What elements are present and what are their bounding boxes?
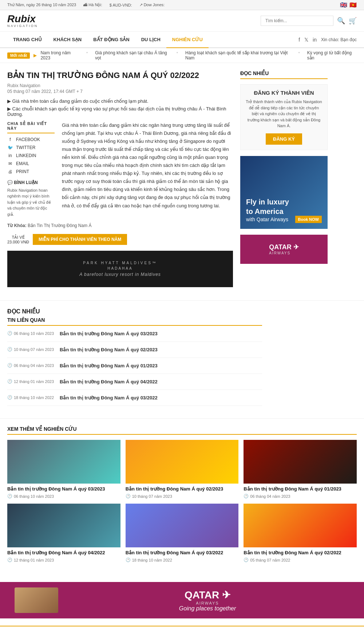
- related-date-2: 🕐 10 tháng 07 năm 2023: [7, 347, 54, 352]
- nav-item-batdongsan[interactable]: BẤT ĐỘNG SẢN: [87, 32, 135, 47]
- sidebar: ĐỌC NHIỀU ĐĂNG KÝ THÀNH VIÊN Trở thành t…: [240, 70, 328, 293]
- footer: Rubix NAVIGATION © 2023 Rubix Navigation…: [0, 626, 364, 633]
- doc-nhieu-content: ĐỌC NHIỀU TIN LIÊN QUAN 🕐 06 tháng 10 nă…: [7, 308, 262, 411]
- share-linkedin[interactable]: in LINKEDIN: [7, 153, 55, 158]
- share-email[interactable]: ✉ EMAIL: [7, 161, 55, 166]
- share-column: CHIA SẺ BÀI VIẾT NÀY f FACEBOOK 🐦 TWITTE…: [7, 121, 55, 218]
- related-articles-list: 🕐 06 tháng 10 năm 2023 Bản tin thị trườn…: [7, 331, 262, 406]
- keyword-label: Từ Khóa:: [7, 223, 27, 228]
- card-title-1: Bản tin thị trường Đông Nam Á quý 03/202…: [7, 486, 120, 492]
- search-input[interactable]: [261, 16, 333, 26]
- nav-item-dulich[interactable]: DU LỊCH: [135, 32, 166, 47]
- card-img-1: [7, 440, 120, 484]
- header: Rubix NAVIGATION 🔍 🛒: [0, 10, 364, 32]
- card-4[interactable]: Bản tin thị trường Đông Nam Á quý 04/202…: [7, 504, 120, 562]
- card-date-1: 🕐 06 tháng 10 năm 2023: [7, 494, 120, 499]
- register-button[interactable]: ĐĂNG KÝ: [266, 133, 302, 145]
- article-date: 05 tháng 07 năm 2022, 17:44 GMT + 7: [7, 89, 233, 94]
- logo-sub: NAVIGATION: [7, 24, 38, 28]
- nav-left: TRANG CHỦ KHÁCH SẠN BẤT ĐỘNG SẢN DU LỊCH…: [7, 32, 209, 47]
- article-meta: Rubix Navigation 05 tháng 07 năm 2022, 1…: [7, 83, 233, 94]
- share-twitter[interactable]: 🐦 TWITTER: [7, 145, 55, 150]
- logo[interactable]: Rubix NAVIGATION: [7, 14, 38, 28]
- download-row: TẢI VỀ 23.000 VNĐ MIỄN PHÍ CHO THÀNH VIÊ…: [7, 234, 233, 245]
- nav-right: f 𝕏 in Xin chào: Bạn đọc: [298, 37, 357, 43]
- card-2[interactable]: Bản tin thị trường Đông Nam Á quý 02/202…: [126, 440, 239, 499]
- card-5[interactable]: Bản tin thị trường Đông Nam Á quý 03/202…: [126, 504, 239, 562]
- article-source: Rubix Navigation: [7, 83, 233, 88]
- nav-item-trangchu[interactable]: TRANG CHỦ: [7, 32, 48, 47]
- related-item-4: 🕐 12 tháng 01 năm 2023 Bản tin thị trườn…: [7, 379, 262, 390]
- card-img-3: [244, 440, 357, 484]
- card-date-2: 🕐 10 tháng 07 năm 2023: [126, 494, 239, 499]
- share-facebook[interactable]: f FACEBOOK: [7, 137, 55, 142]
- download-label: TẢI VỀ: [7, 235, 29, 240]
- card-img-2: [126, 440, 239, 484]
- ticker-item-2[interactable]: Giá phòng khách sạn tại châu Á tăng vọt: [95, 50, 169, 60]
- ticker-item-4[interactable]: Kỳ vọng gì từ bất động sản: [307, 50, 357, 60]
- card-title-2: Bản tin thị trường Đông Nam Á quý 02/202…: [126, 486, 239, 492]
- flag-uk: 🇬🇧: [340, 1, 347, 8]
- register-text: Trở thành thành viên của Rubix Navigatio…: [246, 99, 322, 129]
- related-title-4[interactable]: Bản tin thị trường Đông Nam Á quý 04/202…: [60, 379, 158, 384]
- qatar-logo: QATAR ✈ AIRWAYS: [269, 243, 298, 255]
- card-date-6: 🕐 05 tháng 07 năm 2022: [244, 558, 357, 562]
- related-title-5[interactable]: Bản tin thị trường Đông Nam Á quý 03/202…: [60, 395, 158, 400]
- sidebar-ad-qatar-2[interactable]: QATAR ✈ AIRWAYS: [240, 235, 328, 264]
- related-date-3: 🕐 06 tháng 04 năm 2023: [7, 363, 54, 368]
- market-display: ↗ Dow Jones:: [139, 3, 165, 7]
- card-title-6: Bản tin thị trường Đông Nam Á quý 02/202…: [244, 550, 357, 556]
- ticker-item-3[interactable]: Hàng loạt khách sạn quốc tế sắp khai trư…: [185, 50, 291, 60]
- card-img-6: [244, 504, 357, 547]
- ad-location: HADAHAA: [79, 266, 161, 270]
- share-print[interactable]: 🖨 PRINT: [7, 169, 55, 174]
- register-title: ĐĂNG KÝ THÀNH VIÊN: [246, 90, 322, 96]
- ticker-item-1[interactable]: Nam trong năm 2023: [40, 50, 79, 60]
- cards-grid-top: Bản tin thị trường Đông Nam Á quý 03/202…: [7, 440, 357, 499]
- doc-nhieu-section: ĐỌC NHIỀU TIN LIÊN QUAN 🕐 06 tháng 10 nă…: [0, 301, 364, 418]
- ad-brand: PARK HYATT MALDIVES™: [79, 261, 161, 265]
- related-date-4: 🕐 12 tháng 01 năm 2023: [7, 379, 54, 384]
- card-6[interactable]: Bản tin thị trường Đông Nam Á quý 02/202…: [244, 504, 357, 562]
- ticker-arrow: ▶: [33, 53, 37, 58]
- search-icon[interactable]: 🔍: [337, 17, 345, 25]
- article-body-row: CHIA SẺ BÀI VIẾT NÀY f FACEBOOK 🐦 TWITTE…: [7, 121, 233, 218]
- linkedin-icon[interactable]: in: [313, 37, 317, 43]
- card-date-4: 🕐 12 tháng 01 năm 2023: [7, 558, 120, 562]
- bullet-1: ▶ Giá nhà trên toàn cầu đang giảm do cuộ…: [7, 98, 233, 104]
- main-layout: BẢN TIN THỊ TRƯỜNG ĐÔNG NAM Á QUÝ 02/202…: [0, 63, 364, 300]
- facebook-icon[interactable]: f: [298, 37, 300, 43]
- related-title-2[interactable]: Bản tin thị trường Đông Nam Á quý 02/202…: [60, 347, 158, 352]
- email-share-icon: ✉: [7, 161, 13, 166]
- member-button[interactable]: MIỄN PHÍ CHO THÀNH VIÊN THEO NĂM: [33, 234, 127, 245]
- article-body: Giá nhà trên toàn cầu đang giảm khi các …: [62, 121, 233, 210]
- cart-icon[interactable]: 🛒: [349, 17, 357, 25]
- greeting-text: Xin chào: Bạn đọc: [321, 37, 357, 42]
- ad-inner: PARK HYATT MALDIVES™ HADAHAA A barefoot …: [79, 261, 161, 277]
- nav-item-khachsan[interactable]: KHÁCH SẠN: [48, 32, 88, 47]
- qatar-bottom-tagline: Going places together: [179, 605, 236, 612]
- comment-section: 💬 BÌNH LUẬN Rubix Navigation hoan nghênh…: [7, 180, 55, 218]
- card-1[interactable]: Bản tin thị trường Đông Nam Á quý 03/202…: [7, 440, 120, 499]
- sidebar-ad-qatar[interactable]: Fly in luxury to America with Qatar Airw…: [240, 156, 328, 229]
- news-ticker: Mới nhất ▶ Nam trong năm 2023 • Giá phòn…: [0, 48, 364, 63]
- header-right: 🔍 🛒: [261, 16, 357, 26]
- content-area: BẢN TIN THỊ TRƯỜNG ĐÔNG NAM Á QUÝ 02/202…: [7, 70, 233, 293]
- sidebar-doc-nhieu-title: ĐỌC NHIỀU: [240, 70, 328, 79]
- print-label: PRINT: [16, 169, 29, 174]
- keyword-row: Từ Khóa: Bản Tin Thị Trường Đông Nam Á: [7, 223, 233, 228]
- related-title-1[interactable]: Bản tin thị trường Đông Nam Á quý 03/202…: [60, 331, 158, 336]
- card-3[interactable]: Bản tin thị trường Đông Nam Á quý 01/202…: [244, 440, 357, 499]
- twitter-label: TWITTER: [16, 145, 35, 150]
- book-button[interactable]: Book NOW: [295, 216, 322, 223]
- bottom-ad-qatar[interactable]: QATAR ✈ AIRWAYS Going places together: [0, 582, 364, 618]
- facebook-label: FACEBOOK: [16, 137, 40, 142]
- comment-label: 💬 BÌNH LUẬN: [7, 180, 55, 185]
- nav-item-nghiencuu[interactable]: NGHIÊN CỨU: [166, 32, 209, 48]
- related-title-3[interactable]: Bản tin thị trường Đông Nam Á quý 01/202…: [60, 363, 158, 368]
- doc-nhieu-layout: ĐỌC NHIỀU TIN LIÊN QUAN 🕐 06 tháng 10 nă…: [7, 308, 357, 411]
- qatar-bottom-logo: QATAR ✈: [185, 589, 230, 601]
- twitter-icon[interactable]: 𝕏: [304, 37, 308, 43]
- related-date-5: 🕐 18 tháng 10 năm 2022: [7, 395, 54, 400]
- related-item-1: 🕐 06 tháng 10 năm 2023 Bản tin thị trườn…: [7, 331, 262, 342]
